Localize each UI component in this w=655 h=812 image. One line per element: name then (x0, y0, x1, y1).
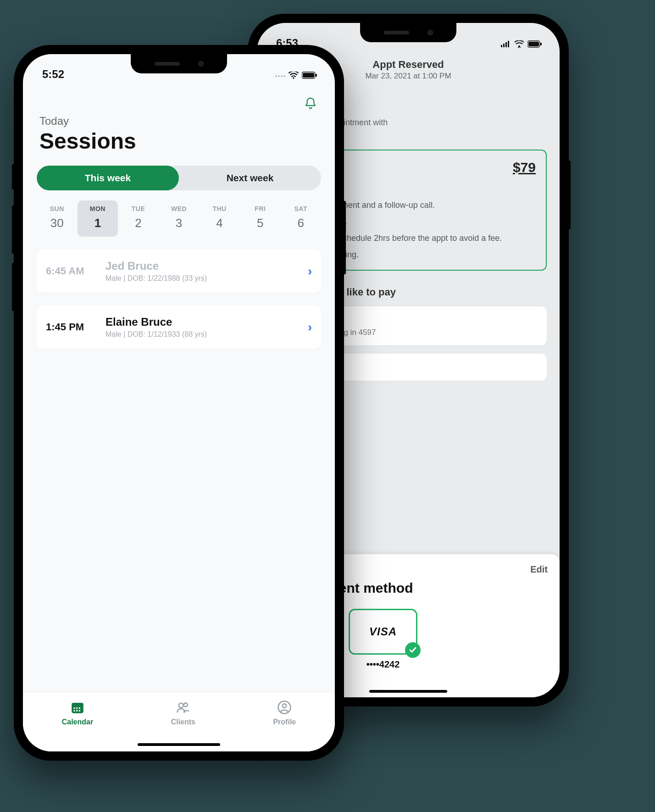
svg-point-20 (179, 703, 183, 708)
calendar-icon (70, 700, 85, 717)
wifi-icon (514, 40, 524, 50)
svg-point-23 (283, 704, 287, 708)
session-card[interactable]: 1:45 PM Elaine Bruce Male | DOB: 1/12/19… (37, 306, 321, 349)
tab-profile[interactable]: Profile (273, 700, 296, 726)
session-name: Elaine Bruce (105, 316, 308, 328)
today-label: Today (37, 115, 321, 128)
svg-point-21 (184, 703, 188, 706)
session-card[interactable]: 6:45 AM Jed Bruce Male | DOB: 1/22/1988 … (37, 250, 321, 293)
signal-dots-icon (275, 75, 285, 77)
segment-this-week[interactable]: This week (37, 166, 179, 190)
phone-front: 5:52 Today Sessio (14, 45, 344, 761)
chevron-right-icon: › (308, 264, 312, 278)
battery-icon (527, 40, 542, 50)
tab-calendar[interactable]: Calendar (62, 700, 93, 726)
chevron-right-icon: › (308, 320, 312, 334)
check-icon (405, 642, 421, 658)
tab-label: Clients (171, 718, 195, 726)
battery-icon (302, 72, 317, 81)
svg-rect-0 (501, 45, 502, 47)
tab-bar: Calendar Clients Profile (23, 692, 335, 751)
week-segmented-control: This week Next week (37, 166, 321, 190)
clients-icon (175, 700, 191, 717)
session-time: 1:45 PM (46, 321, 105, 333)
payment-option-label: ••••4242 (366, 659, 400, 670)
session-name: Jed Bruce (105, 260, 308, 273)
svg-rect-2 (505, 42, 507, 47)
svg-rect-1 (503, 44, 505, 47)
profile-icon (277, 700, 292, 717)
svg-rect-13 (72, 703, 83, 706)
svg-rect-10 (303, 73, 314, 78)
signal-icon (501, 41, 511, 49)
tab-label: Calendar (62, 718, 93, 726)
home-indicator (138, 743, 220, 746)
wifi-icon (289, 72, 299, 81)
session-sub: Male | DOB: 1/22/1988 (33 yrs) (105, 274, 308, 283)
session-time: 6:45 AM (46, 265, 105, 277)
svg-rect-15 (76, 707, 78, 709)
svg-rect-17 (73, 710, 75, 712)
week-day-row: SUN30 MON1 TUE2 WED3 THU4 FRI5 SAT6 (37, 200, 321, 237)
segment-next-week[interactable]: Next week (179, 166, 321, 190)
visa-icon: VISA (369, 625, 397, 638)
svg-rect-11 (316, 74, 317, 77)
session-sub: Male | DOB: 1/12/1933 (88 yrs) (105, 330, 308, 339)
day-mon[interactable]: MON1 (78, 200, 118, 237)
svg-rect-3 (508, 41, 509, 47)
day-fri[interactable]: FRI5 (240, 200, 281, 237)
svg-rect-14 (73, 707, 75, 709)
payment-option-visa[interactable]: VISA ••••4242 (349, 609, 417, 670)
status-time: 5:52 (42, 68, 64, 81)
day-sat[interactable]: SAT6 (280, 200, 321, 237)
day-sun[interactable]: SUN30 (37, 200, 78, 237)
svg-rect-16 (79, 707, 80, 709)
notifications-bell-icon[interactable] (304, 96, 317, 112)
day-wed[interactable]: WED3 (159, 200, 200, 237)
price-value: $79 (513, 160, 536, 175)
svg-rect-18 (76, 710, 78, 712)
home-indicator (369, 690, 447, 693)
svg-point-8 (293, 77, 294, 79)
tab-label: Profile (273, 718, 296, 726)
svg-rect-6 (528, 42, 539, 46)
svg-point-4 (518, 45, 520, 47)
day-thu[interactable]: THU4 (199, 200, 240, 237)
page-title: Sessions (37, 128, 321, 154)
svg-rect-19 (79, 710, 80, 712)
tab-clients[interactable]: Clients (171, 700, 195, 726)
day-tue[interactable]: TUE2 (118, 200, 159, 237)
svg-rect-7 (540, 43, 542, 45)
